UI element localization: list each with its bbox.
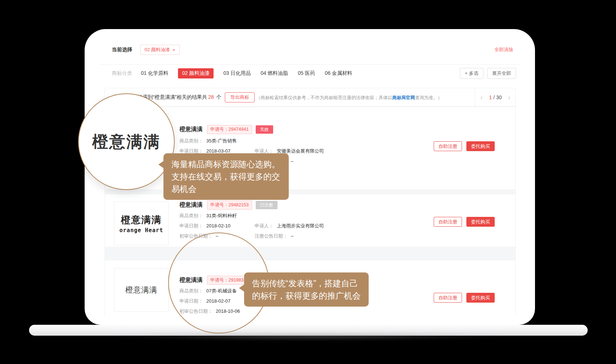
trademark-image-2[interactable]: 橙意满满 orange Heart	[114, 202, 169, 245]
applicant-value: 上海雨步实业有限公司	[277, 223, 324, 228]
total-pages: 30	[496, 94, 502, 100]
status-badge-invalid: 无效	[256, 125, 273, 134]
apply-date-value: 2018-02-10	[206, 223, 231, 228]
apply-date-label: 申请日期：	[179, 223, 203, 228]
trademark-image-3[interactable]: 橙意满满	[114, 268, 169, 312]
trademark-office-link[interactable]: 商标局官网	[392, 95, 415, 100]
category-item-02-active[interactable]: 02 颜料油漆	[178, 68, 213, 78]
field-dates: 申请日期：2018-02-10 申请人：上海雨步实业有限公司	[179, 222, 434, 230]
result-2-title-line: 橙意满满 申请号：29482153 已注册	[179, 201, 277, 209]
prev-page-icon[interactable]: ‹	[481, 94, 483, 101]
laptop-base	[29, 325, 588, 336]
category-value: 35类-广告销售	[206, 138, 237, 143]
entrust-buy-button[interactable]: 委托购买	[466, 293, 495, 303]
application-no-value: 29474941	[228, 127, 249, 132]
field-reg-notice: 注册公告日期：–	[255, 232, 293, 240]
results-count: 28	[208, 94, 214, 100]
application-no-label: 申请号：	[210, 202, 228, 208]
trademark-image-text-cn: 橙意满满	[121, 214, 162, 226]
category-list: 01 化学原料 02 颜料油漆 03 日化用品 04 燃料油脂 05 医药 06…	[141, 68, 352, 78]
trademark-name[interactable]: 橙意满满	[179, 126, 203, 133]
category-item-06[interactable]: 06 金属材料	[325, 70, 352, 77]
current-selection-bar: 当前选择 02 颜料油漆 × 全部清除	[112, 44, 513, 56]
self-register-button[interactable]: 自助注册	[434, 141, 462, 151]
entrust-buy-button[interactable]: 委托购买	[466, 141, 495, 151]
result-1-title-line: 橙意满满 申请号：29474941 无效	[179, 125, 273, 133]
applicant-label: 申请人：	[255, 223, 273, 228]
category-item-01[interactable]: 01 化学原料	[141, 70, 168, 77]
selected-filter-tag[interactable]: 02 颜料油漆 ×	[140, 45, 180, 55]
page-indicator: 1 / 30	[489, 94, 502, 100]
trademark-name[interactable]: 橙意满满	[179, 201, 203, 209]
field-applicant: 申请人：上海雨步实业有限公司	[255, 222, 324, 230]
category-label: 商品类别：	[179, 213, 203, 218]
application-no-value: 29482153	[228, 202, 249, 207]
expand-all-button[interactable]: 展开全部	[487, 68, 516, 79]
magnified-trademark-text: 橙意满满	[92, 131, 161, 153]
entrust-buy-button[interactable]: 委托购买	[466, 217, 495, 227]
reg-notice-label: 注册公告日期：	[255, 233, 288, 239]
self-register-button[interactable]: 自助注册	[434, 293, 462, 303]
multi-select-button[interactable]: + 多选	[460, 68, 483, 79]
field-category: 商品类别：31类-饲料种籽	[179, 212, 434, 220]
application-no-badge: 申请号：29474941	[207, 125, 252, 134]
category-bar-label: 商标分类	[112, 70, 132, 77]
pagination: ‹ 1 / 30 ›	[475, 88, 516, 106]
self-register-button[interactable]: 自助注册	[434, 217, 462, 227]
results-summary-suffix: 个	[215, 94, 222, 100]
category-item-03[interactable]: 03 日化用品	[223, 70, 251, 77]
next-page-icon[interactable]: ›	[508, 94, 510, 101]
applicant-value: 安徽美达会展有限公司	[277, 148, 324, 154]
trademark-image-text-cn: 橙意满满	[125, 285, 157, 295]
export-trademarks-button[interactable]: 导出商标	[225, 92, 255, 102]
current-selection-label: 当前选择	[112, 46, 132, 53]
applicant-label: 申请人：	[255, 148, 273, 154]
reg-notice-value: –	[291, 233, 293, 239]
category-actions: + 多选 展开全部	[460, 68, 516, 79]
category-bar: 商标分类 01 化学原料 02 颜料油漆 03 日化用品 04 燃料油脂 05 …	[112, 68, 516, 79]
dashed-divider	[99, 64, 520, 65]
apply-date-label: 申请日期：	[179, 148, 203, 154]
callout-buy-resources: 海量精品商标资源随心选购。支持在线交易，获得更多的交易机会	[163, 153, 289, 200]
disclaimer-text: （商标检索结果仅供参考，不作为商标能否注册的法律依据；具体以商标局官网查询为准。…	[256, 95, 442, 101]
page-separator: /	[492, 94, 496, 100]
magnifier-circle-trademark: 橙意满满	[78, 93, 175, 190]
result-row-2: 橙意满满 orange Heart 橙意满满 申请号：29482153 已注册 …	[105, 194, 515, 247]
clear-all-button[interactable]: 全部清除	[494, 46, 513, 53]
disclaimer-suffix: 查询为准。）	[415, 95, 442, 100]
remove-filter-icon[interactable]: ×	[173, 47, 175, 53]
selected-filter-tag-label: 02 颜料油漆	[145, 46, 170, 53]
category-value: 31类-饲料种籽	[206, 213, 237, 218]
trademark-image-text-en: orange Heart	[119, 227, 163, 234]
category-label: 商品类别：	[179, 138, 203, 143]
status-badge-registered: 已注册	[256, 201, 277, 209]
category-item-05[interactable]: 05 医药	[298, 70, 315, 77]
reg-notice-value: –	[291, 158, 293, 164]
disclaimer-prefix: （商标检索结果仅供参考，不作为商标能否注册的法律依据；具体以	[256, 95, 392, 100]
application-no-label: 申请号：	[210, 126, 228, 133]
results-header: 当前分类下检索到“橙意满满”相关的结果共28 个 导出商标 （商标检索结果仅供参…	[105, 88, 515, 106]
marketing-canvas: 当前选择 02 颜料油漆 × 全部清除 商标分类 01 化学原料 02 颜料油漆…	[0, 0, 616, 364]
application-no-badge: 申请号：29482153	[207, 201, 252, 210]
callout-build-storefront: 告别传统“发表格”，搭建自己的标行，获得更多的推广机会	[244, 272, 369, 307]
field-category: 商品类别：35类-广告销售	[179, 137, 434, 145]
apply-date-value: 2018-03-07	[206, 148, 231, 154]
category-item-04[interactable]: 04 燃料油脂	[260, 70, 288, 77]
